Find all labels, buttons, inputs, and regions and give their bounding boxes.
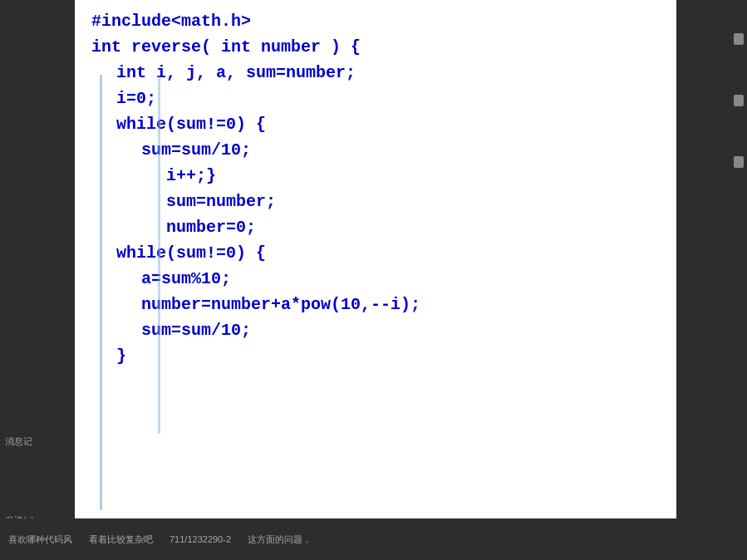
sidebar-scrollbar-2[interactable] (734, 95, 744, 106)
code-text-5: while(sum!=0) { (116, 111, 266, 137)
code-text-3: int i, j, a, sum=number; (116, 60, 356, 86)
code-text-4: i=0; (116, 86, 156, 111)
code-line-7: i++;} (91, 163, 660, 189)
code-line-10: while(sum!=0) { (91, 240, 660, 266)
code-line-14: } (91, 343, 660, 369)
code-line-1: #include<math.h> (91, 8, 660, 34)
bottom-strip: 喜欢哪种代码风 看着比较复杂吧 711/1232290-2 这方面的问题， (0, 518, 747, 560)
code-line-11: a=sum%10; (91, 266, 660, 292)
main-container: 消息记 发送(s) #include<math.h> int reverse( … (0, 0, 747, 560)
code-text-14: } (116, 343, 126, 369)
code-line-13: sum=sum/10; (91, 317, 660, 343)
sidebar-right (676, 0, 747, 560)
bottom-text-2: 看着比较复杂吧 (89, 533, 153, 546)
code-text-7: i++;} (166, 163, 216, 189)
code-text-1: #include<math.h> (91, 8, 251, 34)
code-content: #include<math.h> int reverse( int number… (75, 0, 676, 386)
code-indent-line (158, 76, 160, 434)
code-text-11: a=sum%10; (141, 266, 231, 292)
bottom-text-3: 711/1232290-2 (170, 534, 231, 544)
bottom-text-4: 这方面的问题， (248, 533, 312, 546)
sidebar-left-labels: 消息记 发送(s) (0, 435, 75, 527)
code-line-6: sum=sum/10; (91, 137, 660, 163)
code-line-9: number=0; (91, 214, 660, 240)
code-text-12: number=number+a*pow(10,--i); (141, 292, 420, 317)
code-line-12: number=number+a*pow(10,--i); (91, 292, 660, 317)
sidebar-scrollbar-3[interactable] (734, 156, 744, 168)
code-line-8: sum=number; (91, 189, 660, 214)
sidebar-label-messages: 消息记 (5, 435, 32, 448)
code-text-10: while(sum!=0) { (116, 240, 266, 266)
code-line-4: i=0; (91, 86, 660, 111)
sidebar-scrollbar-1[interactable] (734, 33, 744, 45)
code-line-5: while(sum!=0) { (91, 111, 660, 137)
code-line-3: int i, j, a, sum=number; (91, 60, 660, 86)
code-text-2: int reverse( int number ) { (91, 34, 361, 60)
code-text-9: number=0; (166, 214, 256, 240)
code-line-2: int reverse( int number ) { (91, 34, 660, 60)
sidebar-left: 消息记 发送(s) (0, 0, 75, 560)
code-area: #include<math.h> int reverse( int number… (75, 0, 676, 560)
code-text-8: sum=number; (166, 189, 276, 214)
bottom-text-1: 喜欢哪种代码风 (8, 533, 72, 546)
